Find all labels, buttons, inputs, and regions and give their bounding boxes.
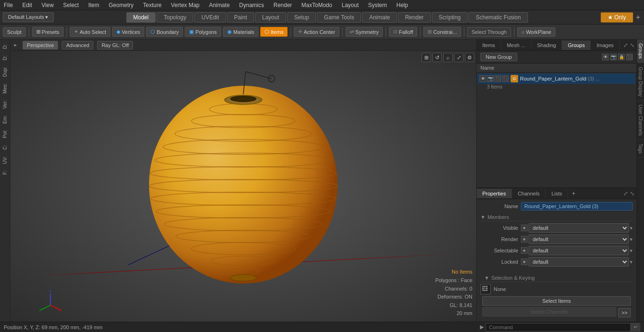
- props-shrink-icon[interactable]: ⤡: [630, 190, 635, 197]
- menu-edit[interactable]: Edit: [20, 1, 34, 9]
- viewport-grid-icon[interactable]: ⊞: [421, 53, 431, 62]
- viewport-raygl-btn[interactable]: Ray GL: Off: [97, 41, 133, 49]
- locked-dropdown[interactable]: default: [528, 257, 629, 267]
- sidebar-tab-4[interactable]: Ver:: [1, 97, 8, 112]
- panel-shrink-icon[interactable]: ⤡: [630, 42, 635, 49]
- locked-dropdown-arrow[interactable]: ▾: [630, 259, 633, 265]
- viewport-collapse-icon[interactable]: ▸: [14, 42, 17, 48]
- workplane-button[interactable]: ⌾ WorkPlane: [517, 27, 556, 37]
- right-vtab-tags[interactable]: Tags: [637, 140, 644, 158]
- props-expand-icon[interactable]: ⤢: [623, 190, 628, 197]
- sidebar-tab-5[interactable]: Em:: [1, 113, 8, 127]
- command-enter-button[interactable]: ↵: [631, 323, 640, 332]
- sidebar-tab-0[interactable]: D:: [1, 41, 8, 52]
- boundary-button[interactable]: ⬡ Boundary: [146, 27, 183, 37]
- groups-render-icon[interactable]: 📷: [610, 54, 617, 60]
- menu-system[interactable]: System: [366, 1, 389, 9]
- sidebar-tab-8[interactable]: UV:: [1, 154, 8, 167]
- menu-view[interactable]: View: [40, 1, 56, 9]
- sidebar-tab-1[interactable]: D:: [1, 53, 8, 63]
- sidebar-tab-6[interactable]: Pol:: [1, 127, 8, 141]
- tab-model[interactable]: Model: [126, 12, 156, 23]
- group-visible-icon[interactable]: 👁: [479, 75, 486, 82]
- groups-extra-icon[interactable]: ⬛: [626, 54, 633, 60]
- sidebar-tab-9[interactable]: F:: [1, 168, 8, 178]
- menu-maxtomodo[interactable]: MaxToModo: [299, 1, 334, 9]
- group-sq-icon[interactable]: ⬛: [495, 75, 501, 82]
- tab-render[interactable]: Render: [398, 12, 430, 23]
- tab-setup[interactable]: Setup: [287, 12, 316, 23]
- sel-arrow-button[interactable]: >>: [618, 308, 631, 317]
- tab-paint[interactable]: Paint: [227, 12, 254, 23]
- group-cam-icon[interactable]: 📷: [487, 75, 494, 82]
- menu-dynamics[interactable]: Dynamics: [237, 1, 266, 9]
- viewport-canvas[interactable]: X Z Y ⊞ ↺ ⌕ ⤢ ⚙ No Items Polygons : Face…: [10, 51, 476, 322]
- tab-uvedit[interactable]: UVEdit: [194, 12, 226, 23]
- menu-help[interactable]: Help: [395, 1, 410, 9]
- action-center-button[interactable]: ✛ Action Center: [294, 27, 339, 37]
- render-dropdown-arrow[interactable]: ▾: [630, 236, 633, 243]
- panel-tab-items[interactable]: Items: [477, 40, 501, 50]
- command-input[interactable]: [486, 323, 631, 332]
- menu-geometry[interactable]: Geometry: [107, 1, 136, 9]
- auto-select-button[interactable]: ✦ Auto Select: [70, 27, 110, 37]
- menu-item[interactable]: Item: [86, 1, 101, 9]
- new-group-button[interactable]: New Group: [480, 53, 517, 61]
- selectable-dropdown-arrow[interactable]: ▾: [630, 248, 633, 254]
- selectable-dropdown[interactable]: default: [528, 246, 629, 255]
- tab-game-tools[interactable]: Game Tools: [317, 12, 361, 23]
- props-tab-channels[interactable]: Channels: [512, 189, 545, 198]
- group-key-icon[interactable]: ⬛: [502, 75, 509, 82]
- tab-topology[interactable]: Topology: [157, 12, 193, 23]
- menu-animate[interactable]: Animate: [207, 1, 231, 9]
- groups-eye-icon[interactable]: 👁: [602, 54, 609, 60]
- right-vtab-user-channels[interactable]: User Channels: [637, 101, 644, 140]
- tab-animate[interactable]: Animate: [362, 12, 397, 23]
- materials-button[interactable]: ◉ Materials: [223, 27, 259, 37]
- panel-expand-icon[interactable]: ⤢: [623, 42, 628, 49]
- render-dropdown[interactable]: default: [528, 235, 629, 244]
- viewport-rotate-icon[interactable]: ↺: [432, 53, 442, 62]
- menu-texture[interactable]: Texture: [141, 1, 163, 9]
- constraints-button[interactable]: ⊞ Constrai...: [423, 27, 461, 37]
- groups-lock-icon[interactable]: 🔒: [618, 54, 625, 60]
- panel-tab-groups[interactable]: Groups: [562, 40, 591, 50]
- add-layout-button[interactable]: +: [636, 13, 640, 22]
- select-through-button[interactable]: Select Through: [467, 27, 511, 37]
- tab-scripting[interactable]: Scripting: [432, 12, 468, 23]
- group-item-lantern[interactable]: 👁 📷 ⬛ ⬛ G Round_Paper_Lantern_Gold (3) .…: [478, 73, 636, 84]
- viewport-advanced-btn[interactable]: Advanced: [62, 41, 93, 49]
- viewport-zoom-icon[interactable]: ⌕: [443, 53, 453, 62]
- select-items-button[interactable]: Select Items: [482, 296, 631, 306]
- visible-dropdown[interactable]: default: [528, 223, 629, 233]
- items-button[interactable]: ⬡ Items: [260, 27, 288, 37]
- layout-selector[interactable]: Default Layouts ▾: [3, 12, 54, 22]
- menu-select[interactable]: Select: [61, 1, 81, 9]
- right-vtab-groups[interactable]: Groups: [637, 40, 644, 63]
- viewport-perspective-btn[interactable]: Perspective: [23, 41, 58, 49]
- prop-name-input[interactable]: [521, 202, 633, 211]
- sidebar-tab-2[interactable]: Dup:: [1, 64, 8, 80]
- tab-schematic-fusion[interactable]: Schematic Fusion: [469, 12, 528, 23]
- panel-tab-images[interactable]: Images: [591, 40, 619, 50]
- symmetry-button[interactable]: ⇌ Symmetry: [346, 27, 383, 37]
- visible-dropdown-arrow[interactable]: ▾: [630, 225, 633, 231]
- polygons-button[interactable]: ▣ Polygons: [185, 27, 221, 37]
- menu-file[interactable]: File: [2, 1, 15, 9]
- props-tab-lists[interactable]: Lists: [546, 189, 569, 198]
- star-only-button[interactable]: ★ Only: [601, 12, 633, 23]
- sidebar-tab-3[interactable]: Mes:: [1, 81, 8, 97]
- panel-tab-mesh[interactable]: Mesh ...: [501, 40, 531, 50]
- sidebar-tab-7[interactable]: C:: [1, 142, 8, 153]
- select-channels-button[interactable]: Select Channels: [482, 307, 616, 316]
- panel-tab-shading[interactable]: Shading: [531, 40, 562, 50]
- presets-button[interactable]: ⊞ Presets: [32, 27, 64, 37]
- props-tab-properties[interactable]: Properties: [477, 189, 512, 198]
- right-vtab-group-display[interactable]: Group Display: [637, 63, 644, 101]
- viewport-fit-icon[interactable]: ⤢: [454, 53, 463, 62]
- menu-render[interactable]: Render: [272, 1, 294, 9]
- falloff-button[interactable]: ⊙ Falloff: [389, 27, 417, 37]
- props-tab-add[interactable]: +: [568, 188, 579, 199]
- menu-vertex-map[interactable]: Vertex Map: [169, 1, 202, 9]
- menu-layout[interactable]: Layout: [340, 1, 361, 9]
